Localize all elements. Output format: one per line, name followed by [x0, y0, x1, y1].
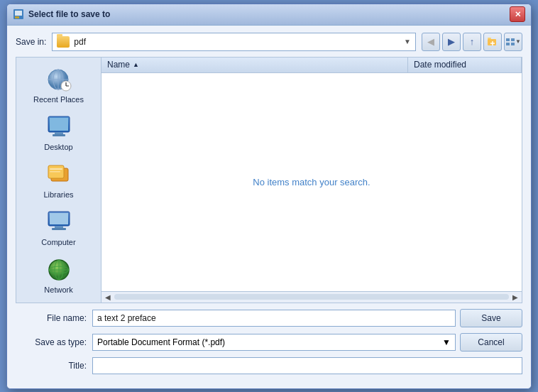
sidebar-item-desktop-label: Desktop	[44, 143, 72, 151]
title-input-container	[92, 357, 522, 374]
svg-rect-7	[506, 38, 510, 41]
svg-rect-19	[50, 118, 68, 131]
file-list-content: No items match your search.	[101, 73, 522, 291]
svg-rect-29	[55, 226, 63, 228]
folder-dropdown[interactable]: pdf ▼	[52, 33, 416, 51]
svg-rect-9	[506, 43, 510, 45]
scroll-left-button[interactable]: ◀	[103, 293, 113, 301]
sidebar-item-network[interactable]: Network	[19, 254, 98, 297]
sidebar-item-recent-places-label: Recent Places	[33, 95, 84, 104]
form-area: File name: Save Save as type: Portable D…	[16, 309, 522, 380]
up-button[interactable]: ↑	[463, 33, 481, 51]
file-name-label: File name:	[16, 313, 87, 323]
bottom-area: File name: Save Save as type: Portable D…	[16, 303, 522, 380]
empty-message: No items match your search.	[253, 177, 370, 187]
nav-buttons: ◀ ▶ ↑	[422, 33, 522, 51]
svg-rect-8	[511, 38, 515, 41]
file-name-input-container: Save	[92, 309, 522, 327]
network-icon	[45, 256, 73, 283]
date-column-header[interactable]: Date modified	[408, 58, 522, 72]
top-bar: Save in: pdf ▼ ◀ ▶ ↑	[16, 33, 522, 51]
close-button[interactable]: ✕	[510, 6, 525, 22]
file-name-row: File name: Save	[16, 309, 522, 327]
date-column-label: Date modified	[414, 60, 466, 70]
svg-rect-4	[488, 38, 491, 39]
title-label: Title:	[16, 361, 87, 371]
recent-places-icon	[45, 66, 73, 93]
new-folder-button[interactable]	[483, 33, 502, 51]
svg-rect-25	[50, 168, 62, 170]
svg-rect-3	[488, 39, 496, 45]
save-button[interactable]: Save	[460, 309, 522, 327]
scroll-track[interactable]	[114, 294, 509, 300]
svg-rect-2	[15, 16, 19, 18]
svg-rect-20	[55, 132, 63, 134]
scroll-right-button[interactable]: ▶	[510, 293, 520, 301]
sidebar-item-libraries[interactable]: Libraries	[19, 158, 98, 202]
title-row: Title:	[16, 357, 522, 374]
svg-rect-1	[15, 11, 22, 16]
sidebar-item-computer[interactable]: Computer	[19, 206, 98, 249]
new-folder-icon	[488, 37, 498, 47]
sidebar-item-libraries-label: Libraries	[43, 190, 73, 199]
sidebar-item-computer-label: Computer	[41, 238, 75, 246]
save-dialog: Select file to save to ✕ Save in: pdf ▼ …	[6, 4, 532, 389]
title-bar-left: Select file to save to	[13, 9, 110, 20]
dialog-icon	[13, 9, 24, 20]
folder-icon	[57, 36, 70, 48]
view-icon	[505, 37, 515, 47]
libraries-icon	[45, 161, 73, 188]
file-list: Name ▲ Date modified No items match your…	[101, 57, 522, 303]
save-as-type-select[interactable]: Portable Document Format (*.pdf) ▼	[92, 334, 456, 351]
save-as-type-arrow: ▼	[442, 337, 451, 347]
view-button[interactable]: ▼	[504, 33, 522, 51]
forward-button[interactable]: ▶	[442, 33, 461, 51]
horizontal-scrollbar[interactable]: ◀ ▶	[101, 291, 522, 303]
file-name-input[interactable]	[92, 310, 456, 327]
dialog-body: Save in: pdf ▼ ◀ ▶ ↑	[7, 26, 531, 388]
sidebar-item-network-label: Network	[44, 285, 72, 294]
save-as-type-label: Save as type:	[16, 337, 87, 347]
dropdown-arrow-icon: ▼	[404, 38, 411, 45]
save-as-type-row: Save as type: Portable Document Format (…	[16, 333, 522, 352]
title-input[interactable]	[92, 357, 522, 374]
sidebar-item-recent-places[interactable]: Recent Places	[19, 63, 98, 107]
sort-arrow: ▲	[133, 61, 139, 68]
cancel-button[interactable]: Cancel	[460, 333, 522, 352]
sidebar: Recent Places	[16, 57, 101, 303]
view-dropdown-arrow: ▼	[515, 38, 521, 45]
main-area: Recent Places	[16, 57, 522, 303]
computer-icon	[45, 209, 73, 236]
sidebar-item-desktop[interactable]: Desktop	[19, 111, 98, 154]
desktop-icon	[45, 114, 73, 141]
svg-rect-30	[52, 228, 66, 230]
name-column-header[interactable]: Name ▲	[101, 58, 408, 72]
back-button[interactable]: ◀	[422, 33, 440, 51]
save-in-label: Save in:	[16, 37, 46, 47]
dialog-title: Select file to save to	[28, 9, 110, 19]
folder-name: pdf	[74, 37, 400, 47]
title-bar: Select file to save to ✕	[7, 4, 531, 26]
name-column-label: Name	[107, 60, 130, 70]
svg-rect-10	[511, 43, 515, 45]
save-as-type-value: Portable Document Format (*.pdf)	[97, 337, 225, 347]
save-as-type-input-container: Portable Document Format (*.pdf) ▼ Cance…	[92, 333, 522, 352]
svg-rect-28	[50, 213, 68, 224]
file-list-header: Name ▲ Date modified	[101, 58, 522, 73]
svg-rect-26	[50, 171, 60, 173]
svg-rect-21	[53, 134, 65, 136]
